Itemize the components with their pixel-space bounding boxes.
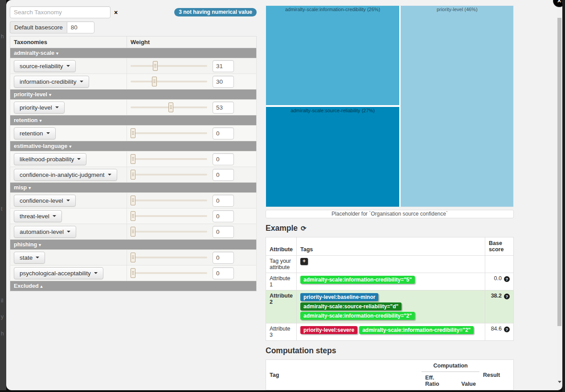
slider-track	[131, 81, 207, 82]
comp-operator-header	[443, 372, 458, 390]
weight-value-input[interactable]	[213, 195, 234, 207]
tag-badge: admiralty-scale:information-credibility=…	[300, 312, 415, 320]
treemap-cell-label: admiralty-scale:source-reliability (27%)	[291, 108, 375, 113]
taxonomy-name-label: state	[20, 254, 33, 261]
search-taxonomy-input[interactable]	[10, 6, 111, 18]
modal-scrollbar[interactable]	[557, 7, 562, 386]
taxonomy-dropdown-button[interactable]: likelihood-probability	[14, 153, 86, 165]
taxonomy-dropdown-button[interactable]: confidence-in-analytic-judgment	[14, 169, 117, 181]
taxonomy-group-header[interactable]: priority-level▾	[10, 90, 257, 100]
slider-track	[131, 65, 207, 67]
weight-slider[interactable]	[131, 169, 207, 180]
treemap-cell: admiralty-scale:information-credibility …	[266, 6, 399, 105]
weight-value-input[interactable]	[213, 267, 234, 279]
help-icon[interactable]: ?	[504, 294, 510, 299]
weight-slider[interactable]	[131, 195, 207, 206]
slider-thumb[interactable]	[152, 77, 157, 86]
taxonomy-dropdown-button[interactable]: psychological-acceptability	[14, 267, 103, 279]
group-label: Excluded	[14, 283, 39, 289]
add-tag-button[interactable]: +	[300, 258, 308, 265]
taxonomy-group-header[interactable]: misp▾	[10, 183, 257, 193]
chevron-down-icon	[53, 215, 56, 217]
table-row: confidence-level	[10, 193, 257, 208]
close-modal-button[interactable]: ✕	[553, 0, 562, 7]
slider-thumb[interactable]	[131, 268, 135, 278]
excluded-group-header[interactable]: Excluded▴	[10, 281, 257, 291]
default-basescore-input[interactable]	[67, 21, 94, 33]
preview-panel: admiralty-scale:information-credibility …	[266, 5, 514, 390]
weight-value-input[interactable]	[213, 252, 234, 264]
weight-slider[interactable]	[131, 61, 207, 71]
weight-value-input[interactable]	[213, 169, 234, 181]
taxonomy-weight-treemap: admiralty-scale:information-credibility …	[266, 5, 514, 207]
refresh-icon[interactable]: ⟳	[301, 225, 307, 232]
taxonomy-group-header[interactable]: estimative-language▾	[10, 141, 257, 151]
slider-thumb[interactable]	[131, 170, 135, 180]
tag-badge: priority-level:severe	[300, 326, 357, 334]
taxonomy-dropdown-button[interactable]: information-credibility	[14, 76, 89, 88]
group-label: admiralty-scale	[14, 50, 54, 56]
weight-value-input[interactable]	[213, 153, 234, 165]
taxonomy-group-header[interactable]: admiralty-scale▾	[10, 48, 257, 58]
weight-slider[interactable]	[131, 76, 207, 87]
taxonomy-group-header[interactable]: retention▾	[10, 115, 257, 126]
tags-column-header: Tags	[297, 237, 485, 256]
weight-slider[interactable]	[131, 102, 207, 113]
slider-thumb[interactable]	[153, 61, 158, 71]
attribute-name: Attribute 1	[266, 273, 297, 290]
chevron-down-icon	[36, 257, 39, 258]
slider-thumb[interactable]	[131, 227, 135, 237]
slider-thumb[interactable]	[131, 211, 135, 221]
weight-value-input[interactable]	[213, 102, 234, 114]
not-numerical-badge[interactable]: 3 not having numerical value	[174, 8, 257, 16]
chevron-down-icon	[80, 81, 83, 82]
base-score-value: 38.2	[491, 293, 502, 299]
weight-slider[interactable]	[131, 211, 207, 221]
taxonomy-dropdown-button[interactable]: threat-level	[14, 210, 62, 222]
chevron-down-icon: ▾	[39, 118, 41, 123]
taxonomy-group-header[interactable]: phishing▾	[10, 240, 257, 250]
base-score-column-header: Base score	[485, 237, 514, 256]
example-attribute-row[interactable]: Attribute 1admiralty-scale:information-c…	[266, 273, 514, 290]
chevron-down-icon	[66, 200, 70, 201]
slider-thumb[interactable]	[131, 128, 135, 138]
chevron-down-icon	[46, 132, 50, 134]
weight-slider[interactable]	[131, 154, 207, 164]
weight-slider[interactable]	[131, 252, 207, 263]
help-icon[interactable]: ?	[504, 327, 510, 332]
slider-thumb[interactable]	[131, 253, 135, 262]
weight-value-input[interactable]	[213, 210, 234, 222]
weight-value-input[interactable]	[213, 76, 234, 88]
table-row: state	[10, 250, 257, 265]
slider-track	[131, 200, 207, 201]
taxonomy-dropdown-button[interactable]: state	[14, 252, 45, 264]
attribute-column-header: Attribute	[266, 237, 297, 256]
clear-search-icon[interactable]: ×	[114, 9, 118, 16]
slider-thumb[interactable]	[131, 196, 135, 205]
slider-thumb[interactable]	[131, 154, 135, 164]
weight-slider[interactable]	[131, 226, 207, 237]
example-attribute-row[interactable]: Attribute 3priority-level:severeadmiralt…	[266, 323, 514, 341]
group-label: estimative-language	[14, 143, 67, 149]
taxonomy-dropdown-button[interactable]: source-reliability	[14, 60, 76, 72]
example-attribute-row[interactable]: Tag your attribute+	[266, 256, 514, 273]
taxonomy-name-label: information-credibility	[20, 78, 77, 85]
scrollbar-down-arrow-icon[interactable]	[558, 381, 561, 383]
weight-value-input[interactable]	[213, 60, 234, 72]
weight-value-input[interactable]	[213, 127, 234, 139]
example-attribute-row[interactable]: Attribute 2priority-level:baseline-minor…	[266, 290, 514, 323]
scrollbar-thumb[interactable]	[557, 18, 561, 326]
taxonomy-dropdown-button[interactable]: priority-level	[14, 102, 65, 114]
help-icon[interactable]: ?	[504, 276, 510, 282]
slider-thumb[interactable]	[168, 102, 173, 112]
screen: htilyh × 3 not having numerical value De…	[0, 0, 565, 392]
operator: *	[443, 390, 458, 391]
taxonomy-dropdown-button[interactable]: confidence-level	[14, 195, 76, 207]
chevron-down-icon	[66, 65, 70, 67]
weight-slider[interactable]	[131, 128, 207, 139]
effective-ratio-value: 0.46	[422, 390, 442, 391]
taxonomy-dropdown-button[interactable]: automation-level	[14, 226, 76, 238]
taxonomy-dropdown-button[interactable]: retention	[14, 127, 56, 139]
weight-value-input[interactable]	[213, 226, 234, 238]
weight-slider[interactable]	[131, 268, 207, 278]
